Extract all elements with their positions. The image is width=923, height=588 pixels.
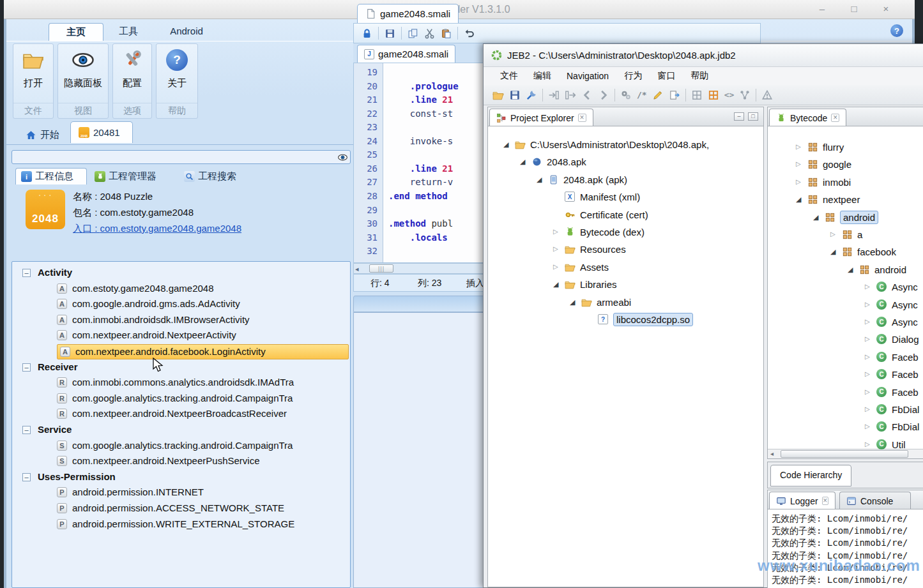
convert-icon[interactable] <box>669 89 680 101</box>
tree-item[interactable]: ▷CFbDial <box>768 419 923 436</box>
tree-item[interactable]: ◢nextpeer <box>768 192 923 209</box>
menu-2[interactable]: 编辑 <box>533 70 551 82</box>
tree-collapsed-arrow[interactable]: ▷ <box>865 283 870 290</box>
doc-tab-开始[interactable]: 开始 <box>18 124 72 146</box>
warning-icon[interactable] <box>761 89 773 101</box>
collapse-box-icon[interactable]: – <box>22 269 31 277</box>
tree-collapsed-arrow[interactable]: ▷ <box>865 405 870 412</box>
tree-expanded-arrow[interactable]: ◢ <box>830 248 835 256</box>
jump-into-icon[interactable] <box>548 89 560 101</box>
grid-icon[interactable] <box>691 89 703 101</box>
close-button[interactable]: × <box>876 3 896 15</box>
tree-item[interactable]: ▷CFaceb <box>768 366 923 384</box>
tree-item[interactable]: ◢2048.apk <box>488 154 763 171</box>
tree-item[interactable]: Acom.nextpeer.android.NextpeerActivity <box>12 328 349 343</box>
tree-item[interactable]: Rcom.google.analytics.tracking.android.C… <box>12 391 349 407</box>
tree-item[interactable]: ▷CAsync <box>768 314 923 331</box>
save-icon[interactable] <box>385 28 395 39</box>
ribbon-tab-1[interactable]: 主页 <box>49 23 103 41</box>
copy-icon[interactable] <box>408 28 418 39</box>
minimize-button[interactable]: – <box>812 3 832 15</box>
tree-collapsed-arrow[interactable]: ▷ <box>796 178 801 185</box>
tree-expanded-arrow[interactable]: ◢ <box>537 176 542 184</box>
help-icon[interactable]: ? <box>890 24 903 37</box>
tree-section[interactable]: –Activity <box>12 266 349 281</box>
tree-item[interactable]: ◢Libraries <box>488 276 763 294</box>
app-entry-link[interactable]: com.estoty.game2048.game2048 <box>100 223 242 234</box>
tree-item[interactable]: Scom.google.analytics.tracking.android.C… <box>12 439 349 454</box>
tree-item[interactable]: ▷CDialog <box>768 331 923 349</box>
tree-item[interactable]: Scom.nextpeer.android.NextpeerPushServic… <box>12 454 349 469</box>
tree-item[interactable]: ◢C:\Users\Administrator\Desktop\2048.apk… <box>488 137 763 154</box>
tree-item[interactable]: Certificate (cert) <box>488 207 763 224</box>
ribbon-tab-2[interactable]: 工具 <box>107 23 149 41</box>
cut-icon[interactable] <box>424 28 435 39</box>
gears-icon[interactable] <box>620 89 632 101</box>
tree-collapsed-arrow[interactable]: ▷ <box>796 160 801 167</box>
tree-item[interactable]: Pandroid.permission.INTERNET <box>12 485 349 501</box>
tree-collapsed-arrow[interactable]: ▷ <box>553 263 558 270</box>
scrollbar-thumb[interactable]: ||| <box>369 264 393 273</box>
tab-close-icon[interactable]: × <box>831 114 839 122</box>
tree-item[interactable]: ▷Assets <box>488 259 763 276</box>
tree-expanded-arrow[interactable]: ◢ <box>813 213 818 222</box>
tab-console[interactable]: Console <box>839 492 911 509</box>
tree-section[interactable]: –Uses-Permission <box>12 470 349 485</box>
project-tab-3[interactable]: 工程搜索 <box>179 168 250 185</box>
tree-expanded-arrow[interactable]: ◢ <box>503 140 508 149</box>
tree-collapsed-arrow[interactable]: ▷ <box>865 335 870 342</box>
tree-collapsed-arrow[interactable]: ▷ <box>865 423 870 430</box>
menu-1[interactable]: 文件 <box>500 70 518 82</box>
bytecode-tab[interactable]: Bytecode× <box>769 109 846 126</box>
tree-item[interactable]: ▷CFaceb <box>768 384 923 402</box>
project-tab-2[interactable]: 工程管理器 <box>89 168 176 185</box>
undo-icon[interactable] <box>464 28 475 39</box>
tree-item[interactable]: ◢armeabi <box>488 294 763 312</box>
open-folder-icon[interactable] <box>492 89 504 101</box>
xref-icon[interactable]: <> <box>724 90 735 100</box>
menu-3[interactable]: Navigation <box>567 71 609 81</box>
paste-icon[interactable] <box>441 28 452 39</box>
wrench-icon[interactable] <box>526 89 537 101</box>
tree-collapsed-arrow[interactable]: ▷ <box>553 228 558 235</box>
scroll-left-arrow[interactable]: ◂ <box>355 265 359 273</box>
tree-expanded-arrow[interactable]: ◢ <box>520 158 525 166</box>
tree-item[interactable]: ▷CFaceb <box>768 349 923 366</box>
tree-item[interactable]: ▷CAsync <box>768 279 923 296</box>
tree-item[interactable]: ◢facebook <box>768 244 923 261</box>
collapse-box-icon[interactable]: – <box>22 363 31 372</box>
forward-icon[interactable] <box>598 89 609 101</box>
lock-icon[interactable] <box>362 28 372 39</box>
tree-expanded-arrow[interactable]: ◢ <box>553 280 558 289</box>
tree-item[interactable]: ▷Bytecode (dex) <box>488 224 763 241</box>
project-tab-1[interactable]: i工程信息 <box>15 168 87 185</box>
back-icon[interactable] <box>581 89 593 101</box>
tree-item[interactable]: Pandroid.permission.ACCESS_NETWORK_STATE <box>12 501 349 516</box>
grid-orange-icon[interactable] <box>708 89 719 101</box>
tree-item[interactable]: ▷CAsync <box>768 297 923 314</box>
tree-item[interactable]: ▷CFbDial <box>768 402 923 419</box>
menu-4[interactable]: 行为 <box>624 70 642 82</box>
comment-icon[interactable]: /* <box>637 90 647 100</box>
tree-collapsed-arrow[interactable]: ▷ <box>796 143 801 150</box>
menu-6[interactable]: 帮助 <box>690 70 708 82</box>
tree-item[interactable]: Pandroid.permission.WRITE_EXTERNAL_STORA… <box>12 517 349 532</box>
tree-item[interactable]: XManifest (xml) <box>488 189 763 206</box>
tree-item[interactable]: Acom.google.android.gms.ads.AdActivity <box>12 297 349 312</box>
tab-close-icon[interactable]: × <box>822 497 828 505</box>
pencil-icon[interactable] <box>652 89 664 101</box>
graph-icon[interactable] <box>739 89 751 101</box>
maximize-button[interactable]: □ <box>844 3 864 15</box>
ribbon-button-2[interactable]: 隐藏面板 <box>58 77 108 88</box>
tree-collapsed-arrow[interactable]: ▷ <box>830 230 835 237</box>
tree-item[interactable]: ◢2048.apk (apk) <box>488 172 763 189</box>
tab-close-icon[interactable]: × <box>578 114 586 122</box>
tree-item[interactable]: ▷Resources <box>488 241 763 259</box>
project-explorer-tab[interactable]: Project Explorer× <box>489 109 593 126</box>
tree-collapsed-arrow[interactable]: ▷ <box>553 245 558 252</box>
code-hierarchy-tab[interactable]: Code Hierarchy <box>770 465 851 486</box>
tree-collapsed-arrow[interactable]: ▷ <box>865 388 870 395</box>
ribbon-tab-3[interactable]: Android <box>153 23 220 41</box>
tree-item[interactable]: ▷CUtil <box>768 437 923 454</box>
tree-collapsed-arrow[interactable]: ▷ <box>865 318 870 325</box>
